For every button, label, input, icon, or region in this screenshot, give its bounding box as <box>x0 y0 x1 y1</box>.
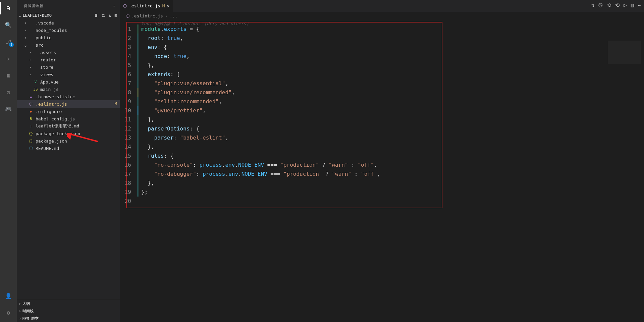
tree-folder[interactable]: ›router <box>17 56 120 63</box>
tree-item-label: .vscode <box>36 20 117 25</box>
tree-file[interactable]: ↓leaflet使用笔记.md <box>17 122 120 130</box>
editor-tab[interactable]: ⬡.eslintrc.jsM× <box>120 0 173 12</box>
new-folder-icon[interactable]: 🗀 <box>102 13 106 18</box>
activity-bar: 🗎🔍⎇2▷▦◔🎮👤⚙ <box>0 0 17 322</box>
tree-file[interactable]: ⓘREADME.md <box>17 145 120 152</box>
code-line[interactable] <box>141 197 380 206</box>
sync-icon[interactable]: ⟲ <box>615 2 620 8</box>
tree-file[interactable]: ⬡.eslintrc.jsM <box>17 100 120 108</box>
breadcrumb[interactable]: ⬡ .eslintrc.js › ... <box>120 12 644 20</box>
code-line[interactable]: "no-console": process.env.NODE_ENV === "… <box>141 160 380 169</box>
run-all-icon[interactable]: ▷ <box>624 2 627 8</box>
tree-folder[interactable]: ›assets <box>17 49 120 56</box>
tree-file[interactable]: {}package.json <box>17 137 120 145</box>
account-icon[interactable]: 👤 <box>4 291 13 301</box>
explorer-icon[interactable]: 🗎 <box>4 3 13 13</box>
tree-item-label: store <box>40 65 117 70</box>
code-line[interactable]: "@vue/prettier", <box>141 106 380 115</box>
line-number: 18 <box>120 178 137 187</box>
code-line[interactable]: node: true, <box>141 52 380 61</box>
tree-file[interactable]: JSmain.js <box>17 86 120 93</box>
tree-folder[interactable]: ›node_modules <box>17 26 120 34</box>
tab-bar: ⬡.eslintrc.jsM× <box>120 0 644 12</box>
line-number: 5 <box>120 61 137 70</box>
gitlens-annotation[interactable]: You, 5秒钟前 | 2 authors (dcry and others) <box>141 21 249 27</box>
run-icon[interactable]: ⧁ <box>598 2 603 8</box>
sidebar-section[interactable]: ›时间线 <box>17 307 120 315</box>
tree-item-label: package.json <box>36 139 117 144</box>
blame-mark <box>137 133 139 142</box>
line-number: 8 <box>120 88 137 97</box>
blame-mark <box>137 106 139 115</box>
tree-file[interactable]: {}package-lock.json <box>17 130 120 137</box>
chevron-right-icon: › <box>23 21 28 25</box>
code-line[interactable]: "no-debugger": process.env.NODE_ENV === … <box>141 169 380 178</box>
code-line[interactable]: rules: { <box>141 151 380 160</box>
line-number: 16 <box>120 160 137 169</box>
code-line[interactable]: }, <box>141 61 380 70</box>
collapse-icon[interactable]: ⊟ <box>115 13 117 18</box>
file-icon: ◆ <box>28 109 34 114</box>
split-icon[interactable]: ▥ <box>631 2 634 8</box>
modified-indicator: M <box>162 4 165 8</box>
blame-mark <box>137 151 139 160</box>
tree-folder[interactable]: ›public <box>17 34 120 41</box>
code-editor[interactable]: You, 5秒钟前 | 2 authors (dcry and others) … <box>120 20 644 322</box>
blame-mark <box>137 70 139 79</box>
sync-icon[interactable]: ⟲ <box>607 2 611 8</box>
section-label: 时间线 <box>22 309 34 314</box>
tree-item-label: .browserslistrc <box>36 94 117 99</box>
code-line[interactable]: "eslint:recommended", <box>141 97 380 106</box>
sidebar-section[interactable]: ›大纲 <box>17 300 120 307</box>
chevron-right-icon: › <box>28 50 32 55</box>
tree-folder[interactable]: ⌄src <box>17 41 120 49</box>
blame-mark <box>137 169 139 178</box>
code-line[interactable]: ], <box>141 115 380 124</box>
blame-gutter <box>137 24 139 206</box>
more-icon[interactable]: ⋯ <box>638 2 641 8</box>
game-icon[interactable]: 🎮 <box>4 104 13 113</box>
minimap[interactable] <box>608 41 641 64</box>
tree-folder[interactable]: ›.vscode <box>17 19 120 26</box>
code-content[interactable]: module.exports = { root: true, env: { no… <box>141 24 380 206</box>
run-debug-icon[interactable]: ▷ <box>4 54 13 63</box>
source-control-icon[interactable]: ⎇2 <box>4 37 13 46</box>
file-icon: V <box>33 80 38 84</box>
line-number: 7 <box>120 79 137 88</box>
tree-file[interactable]: ◆.gitignore <box>17 108 120 115</box>
tree-file[interactable]: ≡.browserslistrc <box>17 93 120 100</box>
new-file-icon[interactable]: 🗎 <box>94 13 98 18</box>
refresh-icon[interactable]: ↻ <box>109 13 111 18</box>
code-line[interactable]: parserOptions: { <box>141 124 380 133</box>
tree-file[interactable]: VApp.vue <box>17 78 120 86</box>
chevron-right-icon: › <box>23 36 28 40</box>
blame-mark <box>137 124 139 133</box>
close-icon[interactable]: × <box>167 3 169 9</box>
code-line[interactable]: "plugin:vue/essential", <box>141 79 380 88</box>
code-line[interactable]: env: { <box>141 43 380 52</box>
code-line[interactable]: }; <box>141 187 380 197</box>
search-icon[interactable]: 🔍 <box>4 20 13 30</box>
code-line[interactable]: parser: "babel-eslint", <box>141 133 380 142</box>
git-compare-icon[interactable]: ⇅ <box>591 2 594 8</box>
code-line[interactable]: root: true, <box>141 34 380 43</box>
code-line[interactable]: extends: [ <box>141 70 380 79</box>
tree-item-label: leaflet使用笔记.md <box>36 123 117 129</box>
tree-folder[interactable]: ›views <box>17 71 120 78</box>
code-line[interactable]: }, <box>141 178 380 187</box>
extensions-icon[interactable]: ▦ <box>4 70 13 80</box>
tree-file[interactable]: Bbabel.config.js <box>17 115 120 122</box>
tree-folder[interactable]: ›store <box>17 63 120 71</box>
line-number: 17 <box>120 169 137 178</box>
test-icon[interactable]: ◔ <box>4 87 13 97</box>
chevron-right-icon: › <box>23 28 28 33</box>
gear-icon[interactable]: ⚙ <box>4 308 13 317</box>
file-icon: {} <box>28 131 34 136</box>
code-line[interactable]: "plugin:vue/recommended", <box>141 88 380 97</box>
sidebar-section[interactable]: ›NPM 脚本 <box>17 315 120 322</box>
line-number: 6 <box>120 70 137 79</box>
git-status: M <box>115 102 117 106</box>
project-header[interactable]: ⌄ LEAFLET-DEMO 🗎 🗀 ↻ ⊟ <box>17 12 120 19</box>
code-line[interactable]: }, <box>141 142 380 151</box>
more-icon[interactable]: ⋯ <box>113 4 115 8</box>
